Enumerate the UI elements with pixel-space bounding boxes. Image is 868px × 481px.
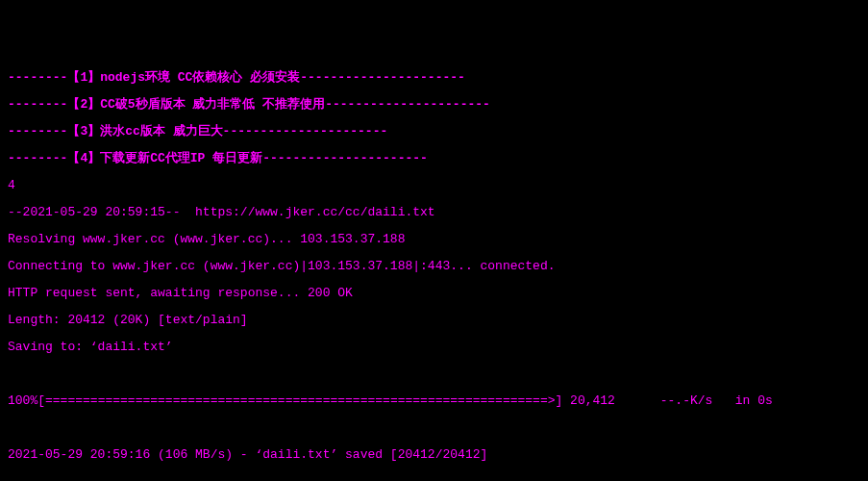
user-choice: 4 xyxy=(8,178,15,192)
wget-saving: Saving to: ‘daili.txt’ xyxy=(8,340,173,354)
progress-bar: [=======================================… xyxy=(37,393,562,408)
wget-resolving: Resolving www.jker.cc (www.jker.cc)... 1… xyxy=(8,232,405,246)
wget-saved: 2021-05-29 20:59:16 (106 MB/s) - ‘daili.… xyxy=(8,447,487,462)
menu-item-2: --------【2】CC破5秒盾版本 威力非常低 不推荐使用---------… xyxy=(8,97,490,112)
menu-item-1: --------【1】nodejs环境 CC依赖核心 必须安装---------… xyxy=(8,70,465,85)
wget-timestamp: --2021-05-29 20:59:15-- https://www.jker… xyxy=(8,205,435,219)
menu-item-3: --------【3】洪水cc版本 威力巨大------------------… xyxy=(8,124,387,139)
progress-percent: 100% xyxy=(8,393,37,408)
wget-http-status: HTTP request sent, awaiting response... … xyxy=(8,286,353,300)
wget-length: Length: 20412 (20K) [text/plain] xyxy=(8,313,248,327)
progress-bytes: 20,412 --.-K/s in 0s xyxy=(562,393,809,408)
menu-item-4: --------【4】下载更新CC代理IP 每日更新--------------… xyxy=(8,151,428,165)
terminal-output: --------【1】nodejs环境 CC依赖核心 必须安装---------… xyxy=(8,58,860,481)
wget-connecting: Connecting to www.jker.cc (www.jker.cc)|… xyxy=(8,259,556,273)
